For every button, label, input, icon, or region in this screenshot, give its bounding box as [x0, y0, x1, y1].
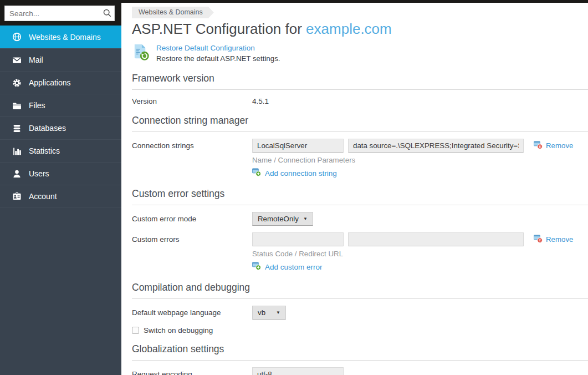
section-heading-compilation: Compilation and debugging — [132, 282, 588, 299]
database-icon — [12, 124, 22, 133]
dropdown-caret-icon: ▼ — [276, 310, 280, 315]
sidebar-item-account[interactable]: Account — [0, 185, 121, 207]
sidebar-item-users[interactable]: Users — [0, 162, 121, 185]
top-bar — [0, 0, 588, 3]
custom-error-mode-value: RemoteOnly — [258, 215, 299, 223]
breadcrumb-label: Websites & Domains — [139, 8, 203, 16]
custom-error-status-input[interactable] — [252, 232, 344, 246]
globe-icon — [12, 32, 22, 42]
sidebar-item-databases[interactable]: Databases — [0, 116, 121, 139]
custom-error-mode-row: Custom error mode RemoteOnly ▼ — [132, 212, 588, 226]
custom-errors-fields: Remove Status Code / Redirect URL Add cu… — [252, 232, 574, 273]
remove-connection-string-link[interactable]: Remove — [534, 139, 574, 153]
restore-default-tool: Restore Default Configuration Restore th… — [132, 43, 588, 64]
add-custom-error-label: Add custom error — [265, 262, 323, 272]
version-label: Version — [132, 97, 252, 106]
mail-icon — [12, 55, 22, 65]
sidebar-item-statistics[interactable]: Statistics — [0, 139, 121, 162]
connection-params-input[interactable] — [348, 139, 524, 153]
sidebar-search — [0, 0, 121, 26]
sidebar-item-label: Applications — [29, 78, 71, 87]
sidebar-menu: Websites & Domains Mail Applications Fil… — [0, 26, 121, 207]
breadcrumb[interactable]: Websites & Domains — [132, 7, 214, 18]
framework-version-row: Version 4.5.1 — [132, 97, 588, 106]
gear-icon — [12, 78, 22, 88]
connection-strings-row: Connection strings Remove Name / Connect… — [132, 139, 588, 179]
custom-error-mode-label: Custom error mode — [132, 212, 252, 226]
sidebar-item-label: Users — [29, 169, 49, 178]
section-heading-globalization: Globalization settings — [132, 343, 588, 361]
dropdown-caret-icon: ▼ — [303, 216, 308, 221]
sidebar-item-label: Websites & Domains — [29, 33, 101, 42]
request-encoding-row: Request encoding — [132, 367, 588, 375]
restore-default-text: Restore Default Configuration Restore th… — [156, 43, 280, 63]
add-custom-error-link[interactable]: Add custom error — [252, 261, 323, 273]
remove-label: Remove — [546, 235, 574, 244]
remove-icon — [534, 140, 543, 151]
remove-custom-error-link[interactable]: Remove — [534, 232, 574, 246]
sidebar-item-applications[interactable]: Applications — [0, 71, 121, 94]
default-language-value: vb — [258, 308, 265, 317]
restore-config-icon — [132, 43, 150, 64]
remove-label: Remove — [546, 141, 574, 150]
add-connection-string-link[interactable]: Add connection string — [252, 168, 337, 179]
sidebar-item-mail[interactable]: Mail — [0, 48, 121, 71]
connection-strings-label: Connection strings — [132, 139, 252, 153]
connection-strings-fields: Remove Name / Connection Parameters Add … — [252, 139, 574, 179]
section-heading-framework-version: Framework version — [132, 73, 588, 90]
request-encoding-input[interactable] — [252, 367, 344, 375]
sidebar-item-label: Databases — [29, 124, 66, 133]
folder-icon — [12, 101, 22, 110]
add-icon — [252, 261, 261, 273]
sidebar-item-label: Account — [29, 192, 57, 201]
switch-debugging-checkbox[interactable] — [132, 327, 139, 334]
custom-error-url-input[interactable] — [348, 232, 524, 246]
custom-error-mode-select[interactable]: RemoteOnly ▼ — [252, 212, 313, 226]
restore-default-description: Restore the default ASP.NET settings. — [156, 54, 280, 63]
add-icon — [252, 168, 261, 179]
default-language-row: Default webpage language vb ▼ — [132, 306, 588, 320]
sidebar-item-label: Files — [29, 101, 45, 110]
search-input[interactable] — [4, 6, 115, 21]
switch-debugging-label: Switch on debugging — [144, 326, 213, 335]
custom-errors-hint: Status Code / Redirect URL — [252, 250, 574, 258]
request-encoding-label: Request encoding — [132, 367, 252, 375]
custom-errors-row: Custom errors Remove Status Code / Redir… — [132, 232, 588, 273]
custom-errors-label: Custom errors — [132, 232, 252, 246]
switch-debugging-row: Switch on debugging — [132, 326, 588, 335]
page-title: ASP.NET Configuration for example.com — [132, 21, 588, 38]
section-heading-custom-errors: Custom error settings — [132, 188, 588, 205]
sidebar-item-label: Mail — [29, 55, 43, 64]
add-connection-string-label: Add connection string — [265, 169, 337, 179]
version-value: 4.5.1 — [252, 97, 269, 106]
section-heading-connection-strings: Connection string manager — [132, 115, 588, 132]
id-badge-icon — [12, 191, 22, 201]
restore-default-link[interactable]: Restore Default Configuration — [156, 44, 280, 52]
main-content: Websites & Domains ASP.NET Configuration… — [121, 3, 588, 375]
sidebar-item-websites-domains[interactable]: Websites & Domains — [0, 26, 121, 48]
sidebar-item-files[interactable]: Files — [0, 94, 121, 116]
remove-icon — [534, 234, 543, 245]
connection-name-input[interactable] — [252, 139, 344, 153]
connection-strings-hint: Name / Connection Parameters — [252, 156, 574, 164]
sidebar-item-label: Statistics — [29, 146, 60, 155]
domain-link[interactable]: example.com — [306, 21, 392, 37]
user-icon — [12, 169, 22, 179]
default-language-label: Default webpage language — [132, 306, 252, 320]
page-title-text: ASP.NET Configuration for — [132, 21, 306, 37]
default-language-select[interactable]: vb ▼ — [252, 306, 286, 320]
bar-chart-icon — [12, 146, 22, 156]
sidebar: Websites & Domains Mail Applications Fil… — [0, 0, 121, 375]
search-icon[interactable] — [103, 9, 111, 19]
